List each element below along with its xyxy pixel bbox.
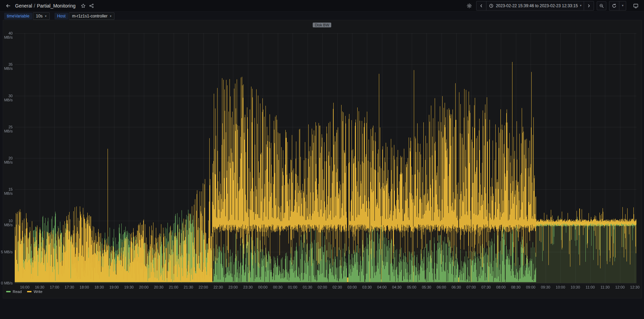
time-range-picker-button[interactable]: 2023-02-22 15:39:46 to 2023-02-23 12:33:…: [486, 1, 584, 10]
variable-value-timevariable[interactable]: 10s ▾: [33, 12, 50, 20]
nav-left: General / Partial_Monitoring: [4, 1, 96, 10]
legend-item-read[interactable]: Read: [6, 290, 22, 294]
refresh-interval-button[interactable]: ▾: [619, 1, 626, 10]
refresh-button[interactable]: [609, 1, 619, 10]
share-dashboard-button[interactable]: [87, 1, 96, 10]
time-range-forward-button[interactable]: [584, 1, 594, 10]
time-picker-group: 2023-02-22 15:39:46 to 2023-02-23 12:33:…: [476, 1, 594, 11]
disk-bw-chart[interactable]: [15, 29, 636, 286]
write-series-swatch: [27, 291, 32, 292]
legend-label-read: Read: [13, 290, 22, 294]
dashboard-settings-button[interactable]: [465, 1, 473, 10]
breadcrumb: General / Partial_Monitoring: [15, 3, 76, 9]
legend-item-write[interactable]: Write: [27, 290, 42, 294]
gear-icon: [467, 3, 472, 9]
arrow-left-icon: [5, 3, 11, 9]
clock-icon: [489, 3, 494, 8]
time-range-back-button[interactable]: [476, 1, 486, 10]
top-navbar: General / Partial_Monitoring 2: [0, 0, 644, 12]
share-icon: [89, 3, 94, 8]
magnifier-minus-icon: [599, 3, 604, 8]
variable-label-host[interactable]: Host: [54, 13, 69, 20]
refresh-icon: [612, 3, 617, 8]
grafana-dashboard: General / Partial_Monitoring 2: [0, 0, 644, 319]
read-series-swatch: [6, 291, 11, 292]
caret-down-icon: ▾: [580, 4, 582, 7]
nav-right: 2023-02-22 15:39:46 to 2023-02-23 12:33:…: [465, 1, 640, 11]
zoom-out-time-button[interactable]: [597, 1, 606, 10]
caret-down-icon: ▾: [45, 15, 47, 18]
star-dashboard-button[interactable]: [79, 1, 87, 10]
breadcrumb-separator: /: [34, 3, 35, 9]
variable-time: timeVariable 10s ▾: [4, 12, 50, 20]
refresh-button-group: ▾: [609, 1, 626, 11]
star-icon: [81, 3, 86, 8]
panel-title[interactable]: Disk BW: [313, 23, 331, 27]
time-range-label: 2023-02-22 15:39:46 to 2023-02-23 12:33:…: [496, 3, 578, 8]
legend-label-write: Write: [34, 290, 42, 294]
variable-host: Host m-r1z1s1-controller ▾: [54, 12, 115, 20]
monitor-icon: [633, 3, 639, 9]
caret-down-icon: ▾: [110, 15, 112, 18]
caret-down-icon: ▾: [622, 4, 623, 7]
variable-value-host[interactable]: m-r1z1s1-controller ▾: [69, 12, 114, 20]
chevron-left-icon: [479, 3, 484, 8]
tv-mode-button[interactable]: [632, 1, 640, 10]
variables-bar: timeVariable 10s ▾ Host m-r1z1s1-control…: [0, 12, 644, 21]
chevron-right-icon: [586, 3, 591, 8]
breadcrumb-folder[interactable]: General: [15, 3, 32, 9]
legend: Read Write: [6, 290, 42, 294]
variable-label-timevariable[interactable]: timeVariable: [4, 13, 32, 20]
dashboard-title[interactable]: Partial_Monitoring: [37, 3, 76, 9]
back-button[interactable]: [4, 1, 12, 10]
